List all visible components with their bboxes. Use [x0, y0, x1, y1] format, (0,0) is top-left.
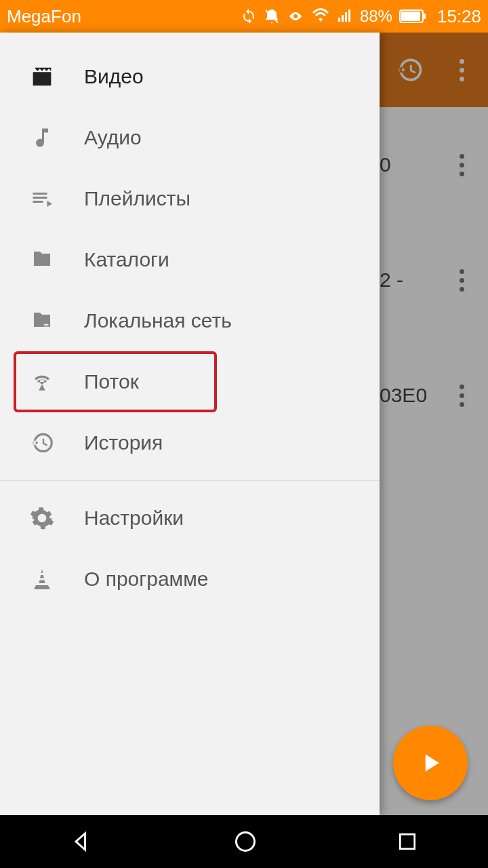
- video-icon: [27, 62, 57, 92]
- svg-rect-4: [39, 573, 45, 575]
- play-fab[interactable]: [393, 726, 468, 800]
- drawer-item-about[interactable]: О программе: [0, 549, 380, 610]
- drawer-item-video[interactable]: Видео: [0, 46, 380, 107]
- home-button[interactable]: [233, 829, 258, 854]
- drawer-label: Каталоги: [84, 248, 169, 271]
- svg-rect-2: [401, 12, 420, 21]
- vlc-cone-icon: [27, 564, 57, 594]
- drawer-item-history[interactable]: История: [0, 412, 380, 473]
- drawer-label: Поток: [84, 370, 139, 393]
- drawer-label: Видео: [84, 65, 144, 88]
- history-icon: [27, 428, 57, 458]
- back-button[interactable]: [70, 829, 94, 854]
- stream-icon: [27, 367, 57, 397]
- battery-percent: 88%: [360, 7, 392, 26]
- audio-icon: [27, 123, 57, 153]
- folder-icon: [27, 245, 57, 275]
- carrier-label: MegaFon: [7, 6, 81, 27]
- drawer-item-playlists[interactable]: Плейлисты: [0, 168, 380, 229]
- play-icon: [415, 748, 445, 778]
- playlist-icon: [27, 184, 57, 214]
- svg-rect-5: [39, 578, 46, 580]
- status-icons: 88% 15:28: [241, 6, 481, 27]
- sync-icon: [241, 8, 257, 24]
- signal-icon: [337, 8, 353, 24]
- settings-icon: [27, 503, 57, 533]
- svg-rect-7: [401, 834, 415, 848]
- drawer-item-settings[interactable]: Настройки: [0, 488, 380, 549]
- svg-point-6: [236, 833, 254, 851]
- eye-icon: [287, 8, 304, 24]
- battery-icon: [399, 9, 426, 23]
- clock: 15:28: [437, 6, 481, 27]
- drawer-label: О программе: [84, 568, 209, 591]
- status-bar: MegaFon 88% 15:28: [0, 0, 488, 33]
- network-folder-icon: [27, 306, 57, 336]
- navigation-bar: [0, 815, 488, 868]
- navigation-drawer: Видео Аудио Плейлисты Каталоги Локальная…: [0, 33, 380, 815]
- drawer-item-audio[interactable]: Аудио: [0, 107, 380, 168]
- mute-icon: [264, 8, 280, 24]
- svg-rect-3: [424, 14, 426, 19]
- drawer-label: История: [84, 431, 163, 454]
- drawer-item-stream[interactable]: Поток: [0, 351, 380, 412]
- drawer-label: Аудио: [84, 126, 142, 149]
- drawer-item-local-network[interactable]: Локальная сеть: [0, 290, 380, 351]
- drawer-item-directories[interactable]: Каталоги: [0, 229, 380, 290]
- drawer-label: Плейлисты: [84, 187, 190, 210]
- wifi-icon: [311, 8, 330, 24]
- drawer-label: Настройки: [84, 507, 184, 530]
- recent-button[interactable]: [396, 831, 418, 852]
- drawer-label: Локальная сеть: [84, 309, 232, 332]
- drawer-divider: [0, 480, 380, 481]
